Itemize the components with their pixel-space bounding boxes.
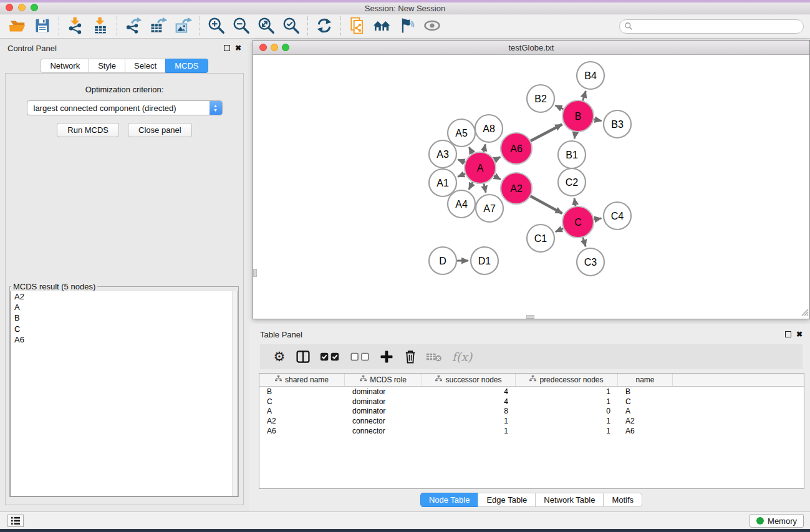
network-zoom-button[interactable] — [282, 44, 289, 51]
task-history-button[interactable] — [7, 515, 24, 527]
table-settings-button[interactable]: ⚙ — [270, 347, 289, 366]
minimize-window-button[interactable] — [18, 4, 26, 11]
delete-table-button[interactable] — [425, 347, 443, 366]
table-cell[interactable]: A2 — [259, 417, 345, 425]
import-network-button[interactable] — [63, 15, 88, 37]
mcds-result-list[interactable]: A2ABCA6 — [10, 291, 238, 496]
mcds-result-item[interactable]: A — [11, 302, 238, 312]
table-cell[interactable]: 4 — [422, 387, 516, 396]
close-panel-icon[interactable]: ✖ — [235, 45, 241, 51]
node-C[interactable]: C — [562, 206, 594, 238]
node-A1[interactable]: A1 — [429, 169, 456, 196]
node-A8[interactable]: A8 — [475, 115, 503, 142]
column-header-shared-name[interactable]: shared name — [259, 374, 345, 386]
criterion-dropdown[interactable]: largest connected component (directed) ▲… — [27, 100, 223, 115]
list-scrollbar[interactable] — [232, 291, 238, 496]
close-panel-button[interactable]: Close panel — [128, 123, 192, 137]
node-A5[interactable]: A5 — [448, 119, 475, 147]
table-cell[interactable]: dominator — [345, 387, 422, 396]
tab-mcds[interactable]: MCDS — [165, 59, 208, 73]
table-cell[interactable]: 1 — [516, 387, 618, 396]
refresh-button[interactable] — [312, 15, 337, 37]
node-C1[interactable]: C1 — [527, 225, 554, 252]
table-cell[interactable]: A — [259, 407, 345, 415]
save-session-button[interactable] — [30, 15, 55, 37]
node-A4[interactable]: A4 — [448, 190, 475, 218]
table-row[interactable]: A2connector11A2 — [259, 416, 804, 426]
node-B4[interactable]: B4 — [577, 62, 604, 89]
node-C3[interactable]: C3 — [577, 248, 604, 276]
close-table-panel-icon[interactable]: ✖ — [796, 331, 803, 337]
tab-network[interactable]: Network — [41, 59, 89, 73]
table-cell[interactable]: dominator — [345, 397, 422, 406]
table-cell[interactable]: 4 — [422, 397, 516, 406]
table-row[interactable]: A6connector11A6 — [259, 426, 804, 436]
tab-motifs[interactable]: Motifs — [603, 493, 642, 507]
table-cell[interactable]: B — [618, 387, 673, 396]
zoom-fit-button[interactable] — [254, 15, 279, 37]
hide-graphics-details-button[interactable] — [395, 15, 420, 37]
horizontal-scroll-thumb[interactable] — [526, 315, 534, 319]
table-cell[interactable]: C — [618, 397, 673, 406]
float-panel-icon[interactable] — [224, 45, 230, 51]
column-header-MCDS-role[interactable]: MCDS role — [345, 374, 422, 386]
tab-network-table[interactable]: Network Table — [535, 493, 603, 507]
mcds-result-item[interactable]: A2 — [11, 291, 238, 302]
delete-column-button[interactable] — [401, 347, 420, 366]
node-A6[interactable]: A6 — [501, 133, 532, 164]
node-A2[interactable]: A2 — [501, 173, 532, 204]
search-input[interactable] — [619, 19, 804, 34]
mcds-result-item[interactable]: B — [11, 312, 238, 323]
mcds-result-item[interactable]: A6 — [11, 334, 238, 345]
open-session-button[interactable] — [5, 15, 30, 37]
table-cell[interactable]: 1 — [422, 427, 516, 435]
export-image-button[interactable] — [171, 15, 196, 37]
export-table-button[interactable] — [146, 15, 171, 37]
function-builder-button[interactable]: f(x) — [448, 347, 476, 366]
node-B1[interactable]: B1 — [558, 141, 586, 168]
node-A3[interactable]: A3 — [429, 140, 456, 168]
table-cell[interactable]: A — [618, 407, 673, 415]
table-cell[interactable]: C — [259, 397, 345, 406]
tab-style[interactable]: Style — [89, 59, 125, 73]
node-B[interactable]: B — [562, 100, 594, 132]
select-all-button[interactable] — [317, 347, 342, 366]
column-header-successor-nodes[interactable]: successor nodes — [422, 374, 516, 386]
table-cell[interactable]: 1 — [516, 427, 618, 435]
zoom-selected-button[interactable] — [279, 15, 304, 37]
table-cell[interactable]: A6 — [618, 427, 673, 435]
table-cell[interactable]: dominator — [345, 407, 422, 415]
new-network-from-file-button[interactable] — [345, 15, 370, 37]
node-A7[interactable]: A7 — [476, 195, 503, 222]
node-B2[interactable]: B2 — [527, 85, 554, 112]
import-table-button[interactable] — [88, 15, 113, 37]
node-D[interactable]: D — [429, 247, 456, 274]
show-graphics-details-button[interactable] — [420, 15, 445, 37]
close-window-button[interactable] — [6, 4, 13, 11]
zoom-out-button[interactable] — [229, 15, 254, 37]
node-C2[interactable]: C2 — [558, 168, 586, 196]
table-cell[interactable]: 8 — [422, 407, 516, 415]
column-header-predecessor-nodes[interactable]: predecessor nodes — [516, 374, 618, 386]
export-network-button[interactable] — [121, 15, 146, 37]
node-B3[interactable]: B3 — [604, 110, 631, 138]
zoom-in-button[interactable] — [204, 15, 229, 37]
network-close-button[interactable] — [259, 44, 267, 51]
mcds-result-item[interactable]: C — [11, 324, 238, 334]
table-cell[interactable]: A2 — [618, 417, 673, 425]
float-table-panel-icon[interactable] — [785, 331, 791, 337]
network-canvas[interactable]: B4B2BB3A8A5A6A3B1AA1C2A2A4A7CC4C1C3DD1 — [253, 55, 809, 319]
node-A[interactable]: A — [465, 152, 496, 183]
table-cell[interactable]: B — [259, 387, 345, 396]
table-row[interactable]: Bdominator41B — [259, 387, 804, 397]
table-row[interactable]: Adominator80A — [259, 407, 804, 417]
tab-node-table[interactable]: Node Table — [420, 493, 478, 507]
tab-edge-table[interactable]: Edge Table — [478, 493, 535, 507]
network-window-titlebar[interactable]: testGlobe.txt — [253, 41, 809, 55]
table-cell[interactable]: connector — [345, 427, 422, 435]
zoom-window-button[interactable] — [31, 4, 38, 11]
run-mcds-button[interactable]: Run MCDS — [57, 123, 119, 137]
node-D1[interactable]: D1 — [471, 247, 498, 274]
deselect-all-button[interactable] — [347, 347, 372, 366]
column-header-name[interactable]: name — [618, 374, 673, 386]
